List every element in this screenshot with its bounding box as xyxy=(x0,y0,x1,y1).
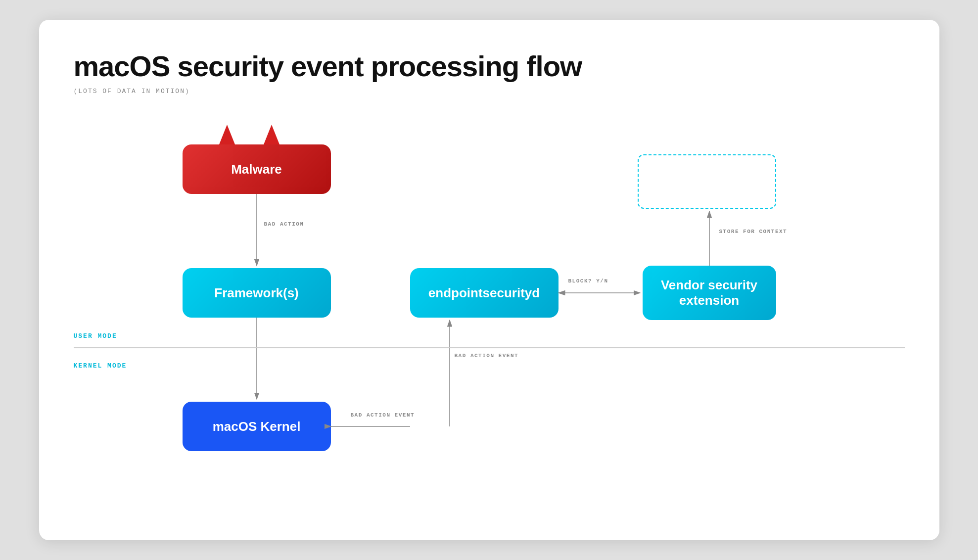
page-title: macOS security event processing flow xyxy=(74,49,905,83)
subtitle: (LOTS OF DATA IN MOTION) xyxy=(74,88,905,95)
endpointsecurity-node: endpointsecurityd xyxy=(410,268,559,318)
frameworks-node: Framework(s) xyxy=(183,268,331,318)
user-kernel-divider xyxy=(74,347,905,348)
context-store-box xyxy=(638,154,776,209)
bad-action-label: BAD ACTION xyxy=(264,221,304,227)
kernel-mode-label: KERNEL MODE xyxy=(74,362,127,370)
malware-node: Malware xyxy=(183,144,331,194)
user-mode-label: USER MODE xyxy=(74,332,117,340)
block-yn-label: BLOCK? Y/N xyxy=(568,278,608,284)
main-card: macOS security event processing flow (LO… xyxy=(39,20,939,540)
store-context-label: STORE FOR CONTEXT xyxy=(719,229,788,234)
bad-action-event-left-label: BAD ACTION EVENT xyxy=(351,412,415,419)
bad-action-event-right-label: BAD ACTION EVENT xyxy=(455,352,519,360)
kernel-node: macOS Kernel xyxy=(183,402,331,451)
vendor-node: Vendor security extension xyxy=(643,266,776,320)
diagram: Malware Framework(s) endpointsecurityd V… xyxy=(74,125,905,511)
